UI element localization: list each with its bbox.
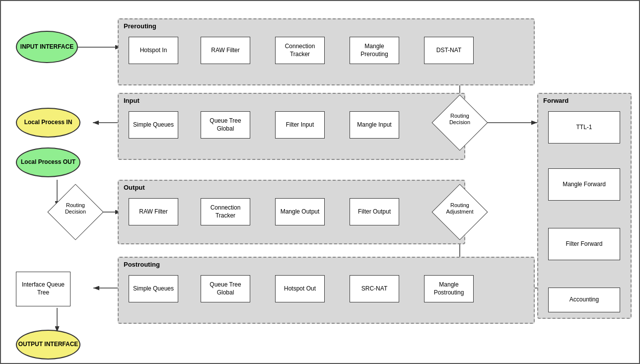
output-section: Output RAW Filter Connection Tracker Man… [118,180,465,244]
forward-section: Forward TTL-1 Mangle Forward Filter Forw… [537,93,632,319]
src-nat-box: SRC-NAT [350,275,399,302]
routing-decision-1-wrap: Routing Decision [440,103,480,143]
routing-decision-1-diamond [431,94,488,150]
output-label: Output [124,184,145,191]
forward-label: Forward [543,97,569,104]
input-interface-label: INPUT INTERFACE [20,43,73,51]
hotspot-in-box: Hotspot In [129,37,178,64]
filter-input-box: Filter Input [275,111,325,139]
local-process-out-ellipse: Local Process OUT [16,147,80,177]
prerouting-section: Prerouting Hotspot In RAW Filter Connect… [118,18,535,85]
mangle-forward-box: Mangle Forward [548,168,620,201]
mangle-postrouting-box: Mangle Postrouting [424,275,474,302]
conn-tracker-pre-box: Connection Tracker [275,37,325,64]
mangle-input-box: Mangle Input [350,111,399,139]
queue-tree-global-in-box: Queue Tree Global [201,111,250,139]
accounting-box: Accounting [548,288,620,312]
filter-forward-box: Filter Forward [548,228,620,260]
local-process-out-label: Local Process OUT [21,158,75,166]
interface-queue-tree-box: Interface Queue Tree [16,272,71,306]
output-interface-label: OUTPUT INTERFACE [18,341,78,349]
postrouting-label: Postrouting [124,261,160,268]
input-interface-ellipse: INPUT INTERFACE [16,31,78,63]
input-label: Input [124,97,140,104]
routing-adjustment-diamond [431,184,488,240]
mangle-prerouting-box: Mangle Prerouting [350,37,399,64]
queue-tree-global-post-box: Queue Tree Global [201,275,250,302]
hotspot-out-box: Hotspot Out [275,275,325,302]
simple-queues-in-box: Simple Queues [129,111,178,139]
routing-adjustment-wrap: Routing Adjustment [440,192,480,232]
filter-output-box: Filter Output [350,198,399,225]
raw-filter-out-box: RAW Filter [129,198,178,225]
raw-filter-pre-box: RAW Filter [201,37,250,64]
dst-nat-box: DST-NAT [424,37,474,64]
routing-decision-2-wrap: Routing Decision [56,192,95,232]
network-diagram: INPUT INTERFACE Prerouting Hotspot In RA… [0,0,640,364]
simple-queues-post-box: Simple Queues [129,275,178,302]
local-process-in-ellipse: Local Process IN [16,108,80,138]
input-section: Input Simple Queues Queue Tree Global Fi… [118,93,465,160]
output-interface-ellipse: OUTPUT INTERFACE [16,330,80,360]
conn-tracker-out-box: Connection Tracker [201,198,250,225]
local-process-in-label: Local Process IN [24,119,72,127]
prerouting-label: Prerouting [124,22,156,30]
ttl1-box: TTL-1 [548,111,620,144]
mangle-output-box: Mangle Output [275,198,325,225]
routing-decision-2-diamond [47,184,103,240]
postrouting-section: Postrouting Simple Queues Queue Tree Glo… [118,257,535,324]
